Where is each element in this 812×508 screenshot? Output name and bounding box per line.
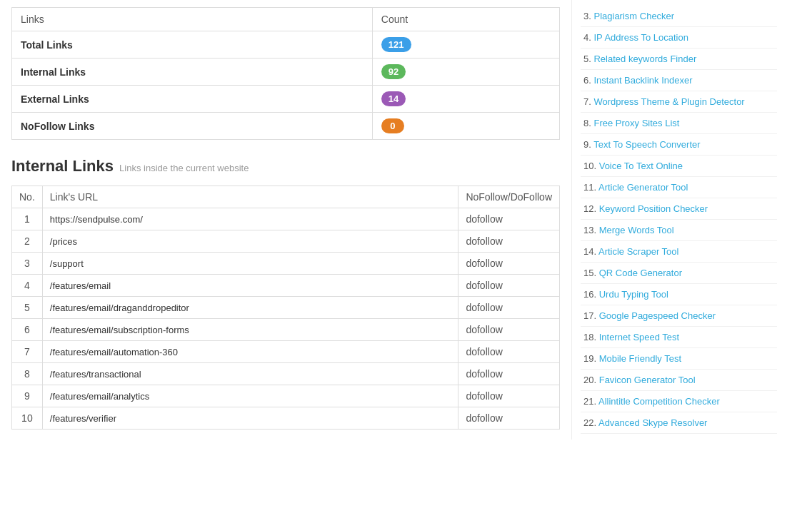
row-type: dofollow <box>458 275 560 297</box>
row-type: dofollow <box>458 230 560 253</box>
section-title: Internal Links <box>11 157 114 175</box>
sidebar-link[interactable]: Google Pagespeed Checker <box>599 310 716 321</box>
internal-links-header: Internal LinksLinks inside the current w… <box>11 157 560 176</box>
summary-row: Internal Links 92 <box>12 59 560 86</box>
col-type: NoFollow/DoFollow <box>458 186 560 208</box>
list-item: 17. Google Pagespeed Checker <box>581 305 777 327</box>
summary-row: External Links 14 <box>12 86 560 113</box>
row-type: dofollow <box>458 297 560 319</box>
list-item: 12. Keyword Position Checker <box>581 198 777 220</box>
summary-row: NoFollow Links 0 <box>12 113 560 140</box>
row-type: dofollow <box>458 208 560 230</box>
row-type: dofollow <box>458 253 560 275</box>
sidebar-link[interactable]: Favicon Generator Tool <box>599 375 696 385</box>
section-subtitle: Links inside the current website <box>119 163 249 173</box>
row-no: 7 <box>12 341 43 363</box>
summary-row-count: 0 <box>372 113 559 140</box>
table-row: 10 /features/verifier dofollow <box>12 407 560 430</box>
sidebar-link[interactable]: Article Generator Tool <box>598 182 688 193</box>
sidebar-link[interactable]: Urdu Typing Tool <box>599 289 668 300</box>
summary-row-count: 14 <box>372 86 559 113</box>
list-item: 16. Urdu Typing Tool <box>581 284 777 305</box>
list-item: 13. Merge Words Tool <box>581 220 777 241</box>
table-row: 6 /features/email/subscription-forms dof… <box>12 319 560 341</box>
list-item: 20. Favicon Generator Tool <box>581 370 777 391</box>
list-item: 22. Advanced Skype Resolver <box>581 412 777 434</box>
row-no: 2 <box>12 230 43 253</box>
list-item: 19. Mobile Friendly Test <box>581 348 777 370</box>
row-no: 1 <box>12 208 43 230</box>
summary-col-count: Count <box>372 8 559 31</box>
sidebar-link[interactable]: Wordpress Theme & Plugin Detector <box>593 96 744 107</box>
list-item: 21. Allintitle Competition Checker <box>581 391 777 412</box>
table-row: 4 /features/email dofollow <box>12 275 560 297</box>
sidebar-link[interactable]: Allintitle Competition Checker <box>598 396 720 407</box>
sidebar-link[interactable]: Merge Words Tool <box>599 225 674 235</box>
table-row: 9 /features/email/analytics dofollow <box>12 385 560 407</box>
summary-row-label: NoFollow Links <box>12 113 373 140</box>
list-item: 8. Free Proxy Sites List <box>581 113 777 134</box>
list-item: 9. Text To Speech Converter <box>581 134 777 156</box>
table-row: 3 /support dofollow <box>12 253 560 275</box>
row-no: 10 <box>12 407 43 430</box>
row-url: /features/email/subscription-forms <box>42 319 458 341</box>
row-no: 9 <box>12 385 43 407</box>
sidebar-link[interactable]: Advanced Skype Resolver <box>598 417 707 428</box>
sidebar-link[interactable]: Voice To Text Online <box>599 161 683 171</box>
list-item: 14. Article Scraper Tool <box>581 241 777 263</box>
sidebar-link[interactable]: Plagiarism Checker <box>593 11 674 21</box>
sidebar-link[interactable]: Keyword Position Checker <box>599 203 708 214</box>
list-item: 5. Related keywords Finder <box>581 49 777 70</box>
row-url: https://sendpulse.com/ <box>42 208 458 230</box>
row-no: 3 <box>12 253 43 275</box>
row-type: dofollow <box>458 319 560 341</box>
row-no: 4 <box>12 275 43 297</box>
table-row: 8 /features/transactional dofollow <box>12 363 560 385</box>
links-table: No. Link's URL NoFollow/DoFollow 1 https… <box>11 186 560 430</box>
summary-row-count: 92 <box>372 59 559 86</box>
table-row: 5 /features/email/draganddropeditor dofo… <box>12 297 560 319</box>
table-row: 2 /prices dofollow <box>12 230 560 253</box>
row-url: /features/email <box>42 275 458 297</box>
row-url: /features/verifier <box>42 407 458 430</box>
row-url: /features/transactional <box>42 363 458 385</box>
sidebar-link[interactable]: Text To Speech Converter <box>593 139 700 150</box>
summary-row-label: Internal Links <box>12 59 373 86</box>
row-url: /features/email/automation-360 <box>42 341 458 363</box>
table-row: 1 https://sendpulse.com/ dofollow <box>12 208 560 230</box>
list-item: 11. Article Generator Tool <box>581 177 777 198</box>
sidebar-list: 3. Plagiarism Checker4. IP Address To Lo… <box>581 6 777 434</box>
row-no: 5 <box>12 297 43 319</box>
row-no: 6 <box>12 319 43 341</box>
sidebar-link[interactable]: Free Proxy Sites List <box>593 118 679 128</box>
summary-col-links: Links <box>12 8 373 31</box>
summary-row: Total Links 121 <box>12 31 560 59</box>
summary-row-label: External Links <box>12 86 373 113</box>
summary-table: Links Count Total Links 121 Internal Lin… <box>11 7 560 140</box>
row-type: dofollow <box>458 385 560 407</box>
sidebar: 3. Plagiarism Checker4. IP Address To Lo… <box>571 0 786 440</box>
list-item: 10. Voice To Text Online <box>581 156 777 177</box>
list-item: 6. Instant Backlink Indexer <box>581 70 777 91</box>
list-item: 3. Plagiarism Checker <box>581 6 777 27</box>
row-type: dofollow <box>458 341 560 363</box>
list-item: 4. IP Address To Location <box>581 27 777 49</box>
row-url: /support <box>42 253 458 275</box>
sidebar-link[interactable]: Mobile Friendly Test <box>599 353 681 364</box>
summary-row-label: Total Links <box>12 31 373 59</box>
row-no: 8 <box>12 363 43 385</box>
sidebar-link[interactable]: QR Code Generator <box>599 268 682 278</box>
sidebar-link[interactable]: Internet Speed Test <box>599 332 680 342</box>
sidebar-link[interactable]: Article Scraper Tool <box>598 246 678 257</box>
row-type: dofollow <box>458 407 560 430</box>
row-type: dofollow <box>458 363 560 385</box>
sidebar-link[interactable]: IP Address To Location <box>593 32 688 43</box>
sidebar-link[interactable]: Related keywords Finder <box>593 54 696 64</box>
row-url: /features/email/draganddropeditor <box>42 297 458 319</box>
list-item: 7. Wordpress Theme & Plugin Detector <box>581 91 777 113</box>
row-url: /prices <box>42 230 458 253</box>
row-url: /features/email/analytics <box>42 385 458 407</box>
list-item: 18. Internet Speed Test <box>581 327 777 348</box>
sidebar-link[interactable]: Instant Backlink Indexer <box>593 75 692 86</box>
main-content: Links Count Total Links 121 Internal Lin… <box>0 0 571 440</box>
